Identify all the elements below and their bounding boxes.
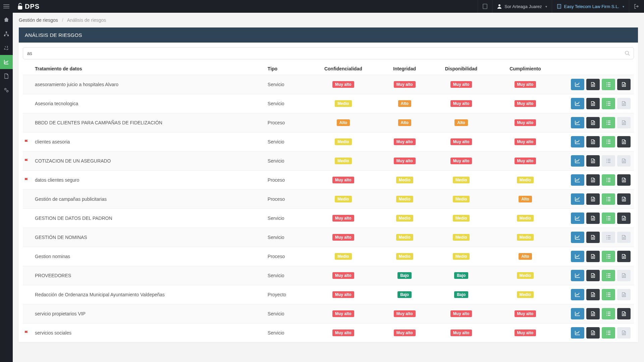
menu-icon xyxy=(3,4,9,8)
lock-icon xyxy=(17,3,23,10)
topbar: DPS Sor Arteaga Juarez ▾ Easy Telecom La… xyxy=(0,0,644,13)
topbar-right: Sor Arteaga Juarez ▾ Easy Telecom Law Fi… xyxy=(478,0,644,13)
svg-rect-0 xyxy=(18,6,22,9)
logout-icon xyxy=(634,4,639,9)
chevron-down-icon: ▾ xyxy=(545,5,547,8)
clipboard-icon xyxy=(483,4,487,9)
logout-button[interactable] xyxy=(629,0,644,13)
user-name: Sor Arteaga Juarez xyxy=(504,4,542,9)
building-icon xyxy=(557,4,561,9)
org-menu[interactable]: Easy Telecom Law Firm S.L. ▾ xyxy=(552,0,629,13)
svg-point-2 xyxy=(498,4,500,6)
menu-toggle-button[interactable] xyxy=(0,0,13,13)
svg-rect-3 xyxy=(557,4,561,8)
svg-rect-1 xyxy=(483,4,487,9)
org-name: Easy Telecom Law Firm S.L. xyxy=(564,4,619,9)
app-logo: DPS xyxy=(13,3,44,10)
chevron-down-icon: ▾ xyxy=(623,5,624,8)
user-icon xyxy=(497,4,502,9)
app-name: DPS xyxy=(25,3,40,10)
clipboard-button[interactable] xyxy=(478,0,492,13)
user-menu[interactable]: Sor Arteaga Juarez ▾ xyxy=(492,0,551,13)
